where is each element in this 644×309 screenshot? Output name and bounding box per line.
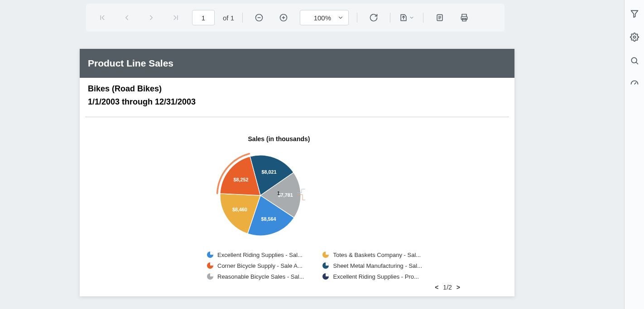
settings-button[interactable] (629, 32, 640, 43)
pie-chart: $8,021$7,781$8,564$8,460$8,252 1 (216, 151, 305, 240)
legend-item: Reasonable Bicycle Sales - Sal... (207, 273, 304, 280)
svg-line-23 (634, 83, 636, 84)
legend-label: Excellent Riding Supplies - Pro... (333, 273, 418, 280)
slice-callout-one: 1 (277, 190, 280, 196)
legend-label: Excellent Riding Supplies - Sal... (217, 252, 303, 258)
svg-line-22 (636, 62, 638, 64)
legend-label: Sheet Metal Manufacturing - Sal... (333, 262, 422, 269)
print-button[interactable] (456, 10, 472, 26)
legend-prev-button[interactable]: < (435, 284, 438, 291)
search-button[interactable] (629, 55, 640, 66)
page-of-label: of 1 (223, 14, 234, 22)
report-title: Product Line Sales (80, 49, 514, 78)
chevron-down-icon (409, 15, 414, 20)
legend-column: Excellent Riding Supplies - Sal... Corne… (207, 251, 304, 280)
chart-container: Sales (in thousands) $8,021$7,781$8,564$… (80, 117, 514, 296)
chevron-down-icon (337, 14, 344, 21)
svg-marker-19 (631, 10, 638, 17)
legend-item: Sheet Metal Manufacturing - Sal... (322, 262, 422, 269)
toolbar-separator (390, 13, 390, 23)
legend-item: Corner Bicycle Supply - Sale A... (207, 262, 304, 269)
last-page-button[interactable] (168, 10, 184, 26)
zoom-in-button[interactable] (275, 10, 292, 26)
legend-label: Reasonable Bicycle Sales - Sal... (217, 273, 304, 280)
prev-page-button[interactable] (119, 10, 135, 26)
filter-button[interactable] (629, 8, 640, 19)
legend-pager: < 1/2 > (80, 280, 514, 296)
legend-item: Totes & Baskets Company - Sal... (322, 251, 422, 258)
slice-value-label: $8,021 (261, 169, 276, 175)
chart-title: Sales (in thousands) (143, 135, 415, 143)
legend-item: Excellent Riding Supplies - Pro... (322, 273, 422, 280)
toolbar-separator (423, 13, 423, 23)
slice-value-label: $8,460 (232, 207, 247, 212)
first-page-button[interactable] (94, 10, 111, 26)
report-toolbar: of 1 100% (86, 4, 505, 32)
pie-icon (322, 262, 329, 269)
pie-icon (322, 273, 329, 280)
legend-next-button[interactable]: > (457, 284, 460, 291)
pie-icon (322, 251, 329, 258)
legend-label: Corner Bicycle Supply - Sale A... (217, 262, 303, 269)
next-page-button[interactable] (143, 10, 159, 26)
report-subtitle-1: Bikes (Road Bikes) (80, 78, 514, 95)
legend-column: Totes & Baskets Company - Sal... Sheet M… (322, 251, 422, 280)
report-subtitle-2: 1/1/2003 through 12/31/2003 (80, 95, 514, 109)
callout-leader-icon (297, 189, 306, 203)
export-button[interactable] (399, 10, 415, 26)
slice-value-label: $8,252 (233, 177, 248, 182)
report-page: Product Line Sales Bikes (Road Bikes) 1/… (80, 49, 514, 296)
toolbar-separator (242, 13, 243, 23)
legend-item: Excellent Riding Supplies - Sal... (207, 251, 304, 258)
pie-icon (207, 273, 214, 280)
zoom-out-button[interactable] (251, 10, 267, 26)
zoom-value-label: 100% (305, 14, 333, 22)
slice-value-label: $7,781 (278, 192, 293, 198)
toolbar-separator (357, 13, 357, 23)
right-sidebar (624, 0, 644, 309)
svg-point-20 (633, 36, 635, 38)
refresh-button[interactable] (365, 10, 382, 26)
document-map-button[interactable] (432, 10, 448, 26)
slice-value-label: $8,564 (261, 216, 276, 222)
legend-page-label: 1/2 (443, 284, 452, 291)
page-number-input[interactable] (192, 10, 215, 25)
pie-icon (207, 251, 214, 258)
chart-legend: Excellent Riding Supplies - Sal... Corne… (207, 251, 514, 280)
legend-label: Totes & Baskets Company - Sal... (333, 252, 421, 258)
zoom-level-select[interactable]: 100% (300, 10, 349, 25)
pie-icon (207, 262, 214, 269)
performance-button[interactable] (629, 79, 640, 90)
main-canvas: of 1 100% Product Line Sales B (0, 0, 624, 309)
